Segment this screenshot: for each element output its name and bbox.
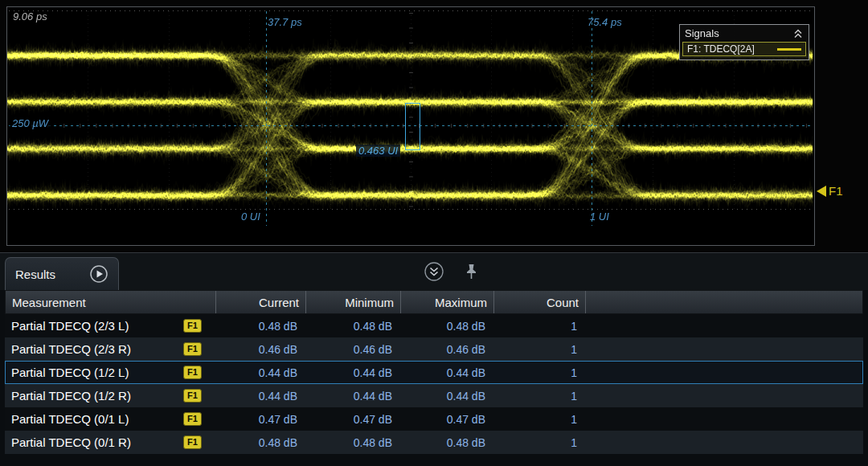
- results-toolbar: Results: [0, 253, 868, 290]
- column-header-spacer: [586, 291, 862, 313]
- table-row[interactable]: Partial TDECQ (1/2 L) F1 0.44 dB 0.44 dB…: [5, 361, 863, 384]
- current-value: 0.48 dB: [215, 320, 305, 333]
- maximum-value: 0.47 dB: [400, 413, 493, 426]
- results-table: Measurement Current Minimum Maximum Coun…: [5, 290, 863, 454]
- current-value: 0.48 dB: [215, 436, 305, 449]
- results-tab-label: Results: [15, 268, 55, 281]
- minimum-value: 0.48 dB: [305, 436, 400, 449]
- amplitude-marker-label: 250 µW: [10, 117, 51, 129]
- results-rows: Partial TDECQ (2/3 L) F1 0.48 dB 0.48 dB…: [5, 314, 863, 454]
- maximum-value: 0.46 dB: [400, 343, 493, 356]
- tab-results[interactable]: Results: [5, 257, 119, 290]
- table-row[interactable]: Partial TDECQ (0/1 R) F1 0.48 dB 0.48 dB…: [5, 431, 863, 454]
- time-marker2-label: 75.4 ps: [588, 16, 622, 28]
- maximum-value: 0.48 dB: [400, 320, 493, 333]
- measurement-name: Partial TDECQ (2/3 L): [5, 319, 183, 333]
- collapse-results-button[interactable]: [423, 260, 445, 283]
- signals-panel-title: Signals: [685, 27, 719, 39]
- results-panel: Results: [0, 252, 868, 466]
- column-header-measurement: Measurement: [6, 291, 216, 313]
- maximum-value: 0.44 dB: [400, 390, 493, 403]
- table-row[interactable]: Partial TDECQ (1/2 R) F1 0.44 dB 0.44 dB…: [5, 384, 863, 407]
- channel-marker-f1[interactable]: F1: [817, 184, 843, 198]
- source-badge-f1: F1: [183, 342, 202, 356]
- measurement-name: Partial TDECQ (0/1 R): [5, 435, 183, 449]
- rise-time-label: 9.06 ps: [13, 10, 47, 22]
- column-header-maximum: Maximum: [401, 291, 494, 313]
- current-value: 0.44 dB: [215, 390, 305, 403]
- count-value: 1: [493, 366, 585, 379]
- source-badge-f1: F1: [183, 366, 202, 379]
- column-header-count: Count: [494, 291, 586, 313]
- measurement-source: F1: [183, 319, 215, 333]
- current-value: 0.44 dB: [215, 366, 305, 379]
- measurement-name: Partial TDECQ (2/3 R): [5, 342, 183, 356]
- minimum-value: 0.47 dB: [305, 413, 400, 426]
- table-row[interactable]: Partial TDECQ (2/3 L) F1 0.48 dB 0.48 dB…: [5, 314, 863, 337]
- time-marker1-label: 37.7 ps: [268, 16, 302, 28]
- column-header-minimum: Minimum: [306, 291, 401, 313]
- measurement-source: F1: [183, 412, 215, 426]
- minimum-value: 0.44 dB: [305, 390, 400, 403]
- count-value: 1: [493, 343, 585, 356]
- signal-item-f1[interactable]: F1: TDECQ[2A]: [682, 42, 806, 56]
- maximum-value: 0.48 dB: [400, 436, 493, 449]
- run-measurements-button[interactable]: [89, 264, 108, 284]
- count-value: 1: [493, 436, 585, 449]
- count-value: 1: [493, 413, 585, 426]
- source-badge-f1: F1: [183, 389, 202, 403]
- source-badge-f1: F1: [183, 435, 202, 449]
- results-table-header: Measurement Current Minimum Maximum Coun…: [5, 290, 863, 314]
- current-value: 0.47 dB: [215, 413, 305, 426]
- minimum-value: 0.48 dB: [305, 320, 400, 333]
- signal-item-label: F1: TDECQ[2A]: [687, 43, 772, 55]
- signal-color-swatch: [777, 48, 801, 51]
- source-badge-f1: F1: [183, 319, 202, 333]
- minimum-value: 0.46 dB: [305, 343, 400, 356]
- signals-panel: Signals F1: TDECQ[2A]: [679, 24, 809, 60]
- eye-diagram-panel: 9.06 ps 37.7 ps 75.4 ps 250 µW 0 UI 1 UI…: [0, 0, 868, 252]
- count-value: 1: [493, 390, 585, 403]
- column-header-current: Current: [216, 291, 306, 313]
- source-badge-f1: F1: [183, 412, 202, 426]
- measurement-source: F1: [183, 366, 215, 379]
- oscilloscope-screen: 9.06 ps 37.7 ps 75.4 ps 250 µW 0 UI 1 UI…: [0, 0, 868, 466]
- maximum-value: 0.44 dB: [400, 366, 493, 379]
- cursor-ui-label[interactable]: 0.463 UI: [356, 145, 400, 157]
- measurement-source: F1: [183, 389, 215, 403]
- measurement-name: Partial TDECQ (1/2 L): [5, 366, 183, 379]
- channel-marker-label: F1: [829, 184, 843, 198]
- measurement-source: F1: [183, 435, 215, 449]
- measurement-name: Partial TDECQ (0/1 L): [5, 412, 183, 426]
- measurement-source: F1: [183, 342, 215, 356]
- table-row[interactable]: Partial TDECQ (2/3 R) F1 0.46 dB 0.46 dB…: [5, 337, 863, 361]
- pin-panel-button[interactable]: [460, 260, 482, 283]
- collapse-up-icon[interactable]: [792, 29, 804, 39]
- signals-panel-header[interactable]: Signals: [680, 25, 809, 41]
- minimum-value: 0.44 dB: [305, 366, 400, 379]
- table-row[interactable]: Partial TDECQ (0/1 L) F1 0.47 dB 0.47 dB…: [5, 407, 863, 431]
- ui-one-label: 1 UI: [590, 211, 609, 223]
- count-value: 1: [493, 320, 585, 333]
- current-value: 0.46 dB: [215, 343, 305, 356]
- channel-marker-arrow-icon: [817, 186, 826, 197]
- measurement-name: Partial TDECQ (1/2 R): [5, 389, 183, 403]
- ui-zero-label: 0 UI: [241, 211, 260, 223]
